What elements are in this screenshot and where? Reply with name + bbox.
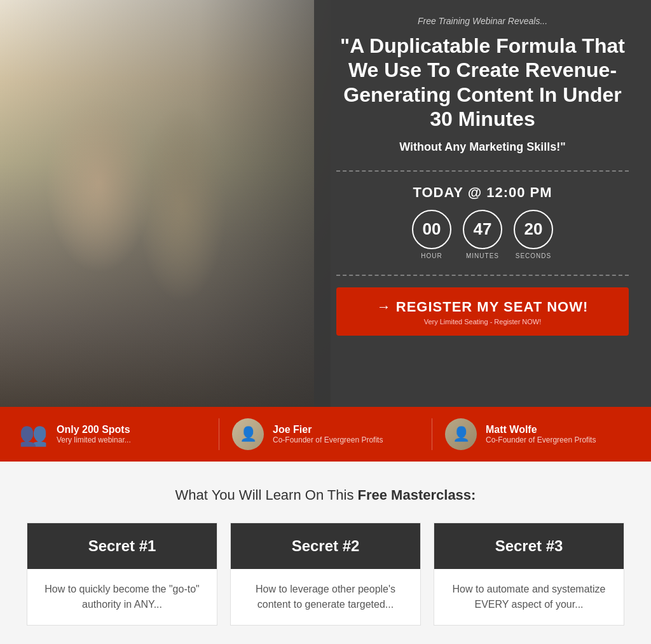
seconds-label: SECONDS bbox=[516, 252, 551, 259]
spots-sub: Very limited webinar... bbox=[57, 435, 131, 444]
seconds-value: 20 bbox=[524, 219, 543, 239]
secret-3-header: Secret #3 bbox=[434, 523, 624, 569]
secret-card-3: Secret #3 How to automate and systematiz… bbox=[434, 523, 624, 626]
matt-avatar: 👤 bbox=[445, 418, 477, 450]
secret-2-text: How to leverage other people's content t… bbox=[243, 582, 408, 612]
secret-3-text: How to automate and systematize EVERY as… bbox=[447, 582, 611, 612]
banner-matt: 👤 Matt Wolfe Co-Founder of Evergreen Pro… bbox=[445, 418, 632, 450]
spots-main: Only 200 Spots bbox=[57, 424, 131, 435]
hero-section: Free Training Webinar Reveals... "A Dupl… bbox=[0, 0, 651, 407]
register-btn-subtext: Very Limited Seating - Register NOW! bbox=[349, 318, 616, 325]
secret-2-title: Secret #2 bbox=[240, 537, 411, 555]
divider-top bbox=[336, 170, 629, 172]
learn-title-bold: Free Masterclass: bbox=[358, 487, 476, 503]
banner-divider-2 bbox=[432, 418, 432, 450]
hours-label: HOUR bbox=[421, 252, 442, 259]
secret-2-body: How to leverage other people's content t… bbox=[231, 569, 420, 625]
spots-icon: 👥 bbox=[19, 420, 48, 449]
joe-avatar: 👤 bbox=[232, 418, 264, 450]
secret-1-title: Secret #1 bbox=[37, 537, 207, 555]
secrets-grid: Secret #1 How to quickly become the "go-… bbox=[19, 523, 632, 626]
joe-info: Joe Fier Co-Founder of Evergreen Profits bbox=[273, 424, 383, 444]
minutes-label: MINUTES bbox=[466, 252, 499, 259]
countdown-timer: 00 HOUR 47 MINUTES 20 SECONDS bbox=[412, 210, 553, 259]
seconds-circle: 20 bbox=[514, 210, 553, 249]
hero-panel: Free Training Webinar Reveals... "A Dupl… bbox=[314, 0, 651, 407]
divider-bottom bbox=[336, 275, 629, 276]
secret-2-header: Secret #2 bbox=[231, 523, 420, 569]
countdown-seconds: 20 SECONDS bbox=[514, 210, 553, 259]
minutes-circle: 47 bbox=[463, 210, 502, 249]
red-banner: 👥 Only 200 Spots Very limited webinar...… bbox=[0, 407, 651, 462]
countdown-minutes: 47 MINUTES bbox=[463, 210, 502, 259]
secret-3-title: Secret #3 bbox=[444, 537, 614, 555]
learn-title-prefix: What You Will Learn On This bbox=[175, 487, 358, 503]
spots-text: Only 200 Spots Very limited webinar... bbox=[57, 424, 131, 444]
secret-3-body: How to automate and systematize EVERY as… bbox=[434, 569, 624, 625]
banner-spots: 👥 Only 200 Spots Very limited webinar... bbox=[19, 420, 206, 449]
secret-1-text: How to quickly become the "go-to" author… bbox=[40, 582, 204, 612]
register-button[interactable]: → REGISTER MY SEAT NOW! Very Limited Sea… bbox=[336, 287, 629, 336]
secret-1-body: How to quickly become the "go-to" author… bbox=[27, 569, 217, 625]
banner-joe: 👤 Joe Fier Co-Founder of Evergreen Profi… bbox=[232, 418, 419, 450]
today-time: TODAY @ 12:00 PM bbox=[413, 184, 552, 201]
minutes-value: 47 bbox=[474, 219, 492, 239]
hero-title: "A Duplicatable Formula That We Use To C… bbox=[336, 34, 629, 132]
banner-divider-1 bbox=[219, 418, 219, 450]
hours-value: 00 bbox=[423, 219, 441, 239]
register-btn-text: → REGISTER MY SEAT NOW! bbox=[349, 299, 616, 315]
hero-background-photo bbox=[0, 0, 331, 407]
hero-tagline: Without Any Marketing Skills!" bbox=[399, 140, 566, 154]
countdown-hours: 00 HOUR bbox=[412, 210, 451, 259]
matt-title: Co-Founder of Evergreen Profits bbox=[486, 435, 596, 444]
secret-card-1: Secret #1 How to quickly become the "go-… bbox=[27, 523, 217, 626]
learn-section: What You Will Learn On This Free Masterc… bbox=[0, 462, 651, 644]
hero-subtitle: Free Training Webinar Reveals... bbox=[418, 16, 547, 26]
secret-card-2: Secret #2 How to leverage other people's… bbox=[230, 523, 421, 626]
secret-1-header: Secret #1 bbox=[27, 523, 217, 569]
learn-title: What You Will Learn On This Free Masterc… bbox=[19, 487, 632, 504]
joe-title: Co-Founder of Evergreen Profits bbox=[273, 435, 383, 444]
joe-name: Joe Fier bbox=[273, 424, 383, 435]
matt-info: Matt Wolfe Co-Founder of Evergreen Profi… bbox=[486, 424, 596, 444]
matt-name: Matt Wolfe bbox=[486, 424, 596, 435]
hours-circle: 00 bbox=[412, 210, 451, 249]
photo-overlay bbox=[0, 0, 331, 407]
